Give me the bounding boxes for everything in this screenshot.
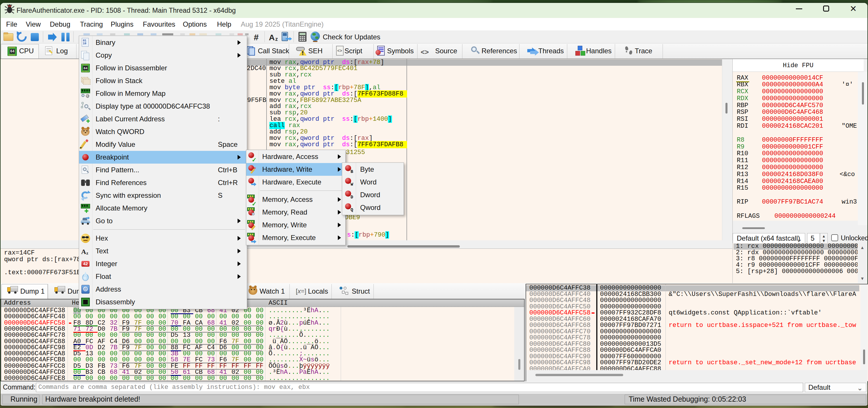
- svg-text:64: 64: [8, 5, 11, 7]
